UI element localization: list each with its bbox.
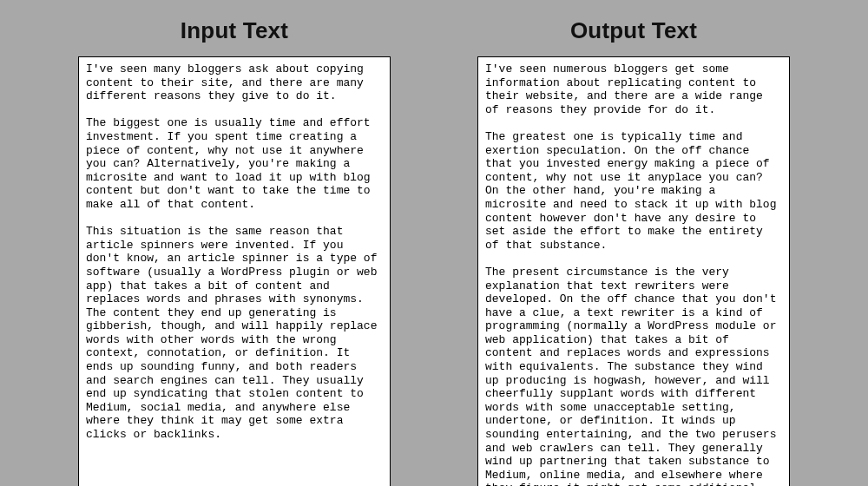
output-column: Output Text I've seen numerous bloggers … [477,17,790,486]
input-heading: Input Text [181,17,288,44]
output-heading: Output Text [570,17,697,44]
output-text-box: I've seen numerous bloggers get some inf… [477,56,790,486]
input-text-box: I've seen many bloggers ask about copyin… [78,56,391,486]
comparison-wrap: Input Text I've seen many bloggers ask a… [0,0,868,486]
input-column: Input Text I've seen many bloggers ask a… [78,17,391,486]
